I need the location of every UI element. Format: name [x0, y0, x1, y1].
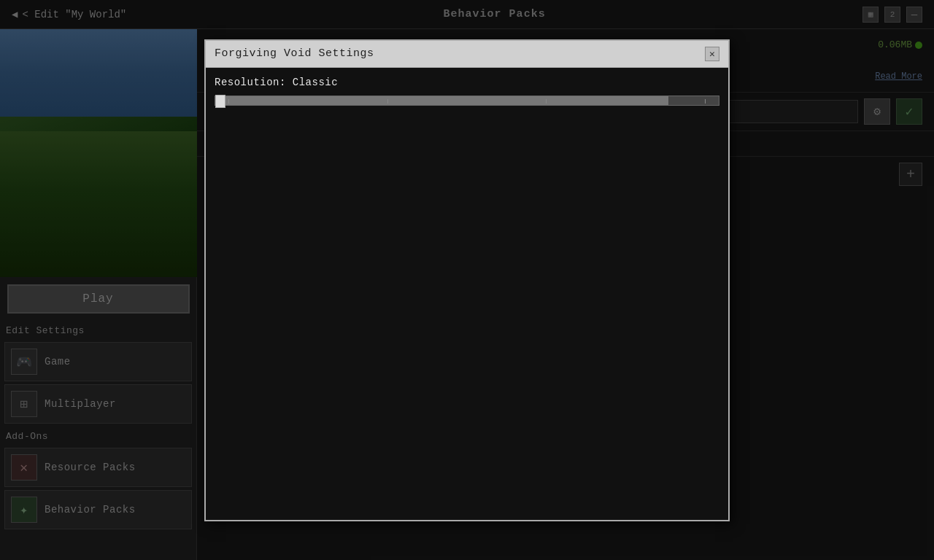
tick-1 [228, 99, 229, 104]
slider-thumb[interactable] [215, 95, 225, 108]
tick-3 [546, 99, 547, 104]
close-icon: ✕ [709, 48, 715, 60]
modal-title-bar: Forgiving Void Settings ✕ [206, 41, 728, 68]
resolution-slider-track[interactable] [215, 96, 719, 106]
tick-2 [387, 99, 388, 104]
resolution-label: Resolution: Classic [215, 77, 719, 88]
settings-modal: Forgiving Void Settings ✕ Resolution: Cl… [204, 39, 730, 521]
modal-body: Resolution: Classic [206, 68, 728, 520]
modal-close-button[interactable]: ✕ [705, 47, 719, 61]
resolution-slider-container [215, 96, 719, 106]
modal-title: Forgiving Void Settings [215, 47, 374, 60]
tick-4 [705, 99, 706, 104]
modal-overlay: Forgiving Void Settings ✕ Resolution: Cl… [0, 0, 934, 560]
